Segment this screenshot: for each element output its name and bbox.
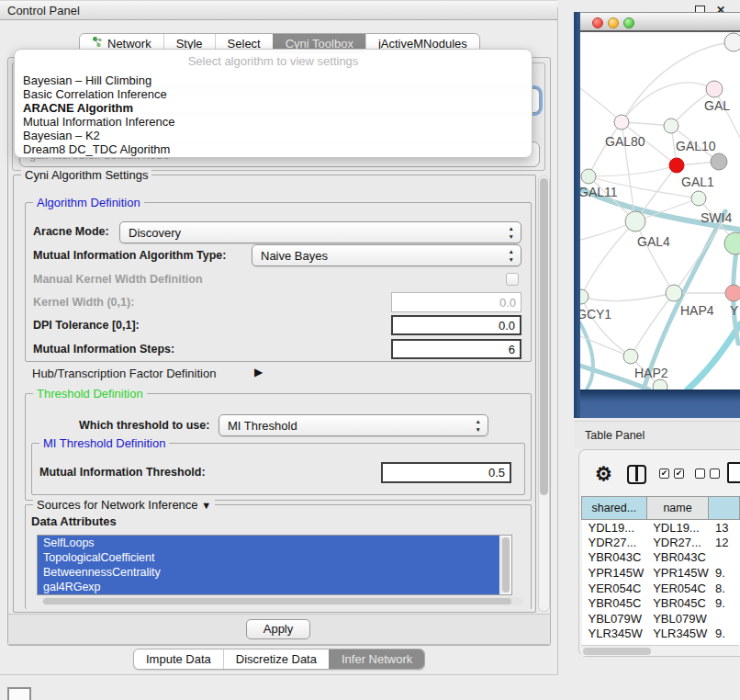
network-canvas[interactable]: GALGAL80GAL10GAL1GAL11SWI4GAL4GCY1HAP4YH… <box>580 32 740 390</box>
network-node-y[interactable] <box>725 285 740 301</box>
table-cell[interactable]: YBR045C <box>582 595 647 611</box>
table-cell[interactable]: YDL19... <box>582 520 647 536</box>
attribute-item-betweennesscentrality[interactable]: BetweennessCentrality <box>38 565 499 580</box>
table-cell[interactable]: YBL079W <box>582 611 647 627</box>
table-cell[interactable]: YPR145W <box>646 565 709 581</box>
collapsed-panel-icon[interactable] <box>7 687 31 700</box>
network-window-titlebar[interactable] <box>580 12 740 32</box>
split-columns-icon[interactable] <box>627 465 646 484</box>
algorithm-option-basic-correlation-inference[interactable]: Basic Correlation Inference <box>17 88 529 102</box>
hub-definition-label[interactable]: Hub/Transcription Factor Definition <box>32 367 216 380</box>
table-cell[interactable] <box>709 611 740 627</box>
network-node-gal11[interactable] <box>581 169 596 184</box>
network-node-gal4[interactable] <box>625 211 645 231</box>
data-attributes-list[interactable]: SelfLoopsTopologicalCoefficientBetweenne… <box>37 535 512 595</box>
table-row[interactable]: YDL19...YDL19...13 <box>582 520 740 536</box>
network-node-hap4[interactable] <box>666 285 682 301</box>
node-label: GAL1 <box>681 175 714 189</box>
algorithm-definition-group: Algorithm Definition Aracne Mode: Discov… <box>25 202 532 362</box>
table-cell[interactable]: 13 <box>709 520 740 536</box>
checked-checkbox-pair-icon[interactable]: ✔✔ <box>659 469 684 479</box>
kernel-width-field[interactable] <box>391 292 521 312</box>
tab-discretize-data[interactable]: Discretize Data <box>223 649 329 669</box>
mi-steps-field[interactable] <box>391 339 521 359</box>
algorithm-option-dream8-dc-tdc-algorithm[interactable]: Dream8 DC_TDC Algorithm <box>17 143 529 157</box>
settings-vertical-scrollbar[interactable] <box>538 175 550 612</box>
aracne-mode-combo[interactable]: Discovery ▲▼ <box>119 221 521 243</box>
unchecked-checkbox-pair-icon[interactable] <box>695 469 720 479</box>
dpi-tolerance-field[interactable] <box>391 315 521 335</box>
which-threshold-combo[interactable]: MI Threshold ▲▼ <box>219 414 488 436</box>
mi-type-combo[interactable]: Naive Bayes ▲▼ <box>252 244 521 266</box>
network-node[interactable] <box>653 379 667 390</box>
table-cell[interactable]: YLR345W <box>646 627 709 642</box>
expand-right-icon[interactable]: ▶ <box>254 366 263 378</box>
attributes-horizontal-scrollbar[interactable] <box>42 597 523 605</box>
table-cell[interactable]: YBR045C <box>646 595 709 611</box>
algorithm-dropdown[interactable]: Select algorithm to view settings Bayesi… <box>14 49 533 158</box>
table-cell[interactable]: YDR27... <box>646 535 709 550</box>
document-icon[interactable] <box>727 462 740 483</box>
network-node-gal80[interactable] <box>614 115 629 130</box>
network-node[interactable] <box>724 232 740 254</box>
network-node-gal[interactable] <box>706 81 723 97</box>
table-cell[interactable]: 9. <box>709 595 740 611</box>
manual-kernel-checkbox[interactable] <box>506 273 519 286</box>
table-cell[interactable]: YDL19... <box>646 520 709 536</box>
algorithm-option-mutual-information-inference[interactable]: Mutual Information Inference <box>17 116 529 130</box>
column-header-3[interactable] <box>709 497 740 520</box>
table-row[interactable]: YER054CYER054C8. <box>582 581 740 596</box>
close-traffic-light-icon[interactable] <box>592 17 603 28</box>
algorithm-option-bayesian-hill-climbing[interactable]: Bayesian – Hill Climbing <box>17 74 529 88</box>
stepper-arrows-icon: ▲▼ <box>476 417 481 434</box>
attribute-item-topologicalcoefficient[interactable]: TopologicalCoefficient <box>38 550 499 565</box>
column-header-name[interactable]: name <box>646 497 709 520</box>
table-cell[interactable]: YBR043C <box>582 550 647 566</box>
column-header-shared[interactable]: shared... <box>582 497 647 520</box>
table-row[interactable]: YBR043CYBR043C <box>582 550 740 566</box>
network-node[interactable] <box>724 33 740 51</box>
table-cell[interactable]: YER054C <box>582 581 647 596</box>
algorithm-option-bayesian-k2[interactable]: Bayesian – K2 <box>17 130 529 143</box>
table-cell[interactable]: YPR145W <box>582 565 647 581</box>
apply-button[interactable]: Apply <box>246 619 310 639</box>
table-row[interactable]: YBR045CYBR045C9. <box>582 595 740 611</box>
attribute-item-gal4rgexp[interactable]: gal4RGexp <box>38 580 499 594</box>
network-node-gcy1[interactable] <box>580 289 589 304</box>
network-node-gal1[interactable] <box>669 158 684 173</box>
mi-threshold-field[interactable] <box>381 462 511 483</box>
attributes-vertical-scrollbar[interactable] <box>500 536 510 593</box>
attribute-item-selfloops[interactable]: SelfLoops <box>38 536 499 550</box>
threshold-definition-title: Threshold Definition <box>33 387 147 401</box>
table-cell[interactable]: 12 <box>709 535 740 550</box>
network-node[interactable] <box>711 153 727 170</box>
table-cell[interactable]: YDR27... <box>582 535 647 550</box>
control-panel-title: Control Panel <box>7 4 80 17</box>
table-cell[interactable]: 9. <box>709 565 740 581</box>
table-cell[interactable]: 9. <box>709 627 740 642</box>
table-row[interactable]: YDR27...YDR27...12 <box>582 535 740 550</box>
minimize-traffic-light-icon[interactable] <box>608 17 619 28</box>
table-horizontal-scrollbar[interactable] <box>581 645 739 656</box>
node-label: GAL80 <box>605 134 645 149</box>
tab-infer-network[interactable]: Infer Network <box>329 649 424 669</box>
table-row[interactable]: YBL079WYBL079W <box>582 611 740 627</box>
gear-icon[interactable]: ⚙ <box>595 463 612 485</box>
network-node-gal10[interactable] <box>664 119 678 133</box>
table-row[interactable]: YLR345WYLR345W9. <box>582 627 740 642</box>
collapse-down-icon[interactable]: ▼ <box>201 500 211 511</box>
table-cell[interactable]: 8. <box>709 581 740 596</box>
table-cell[interactable]: YLR345W <box>582 627 647 642</box>
stepper-arrows-icon: ▲▼ <box>509 247 514 264</box>
tab-label: Discretize Data <box>236 649 317 670</box>
table-cell[interactable] <box>709 550 740 566</box>
tab-impute-data[interactable]: Impute Data <box>134 649 223 669</box>
table-row[interactable]: YPR145WYPR145W9. <box>582 565 740 581</box>
algorithm-option-aracne-algorithm[interactable]: ARACNE Algorithm <box>17 102 529 116</box>
network-node-hap2[interactable] <box>623 349 638 364</box>
zoom-traffic-light-icon[interactable] <box>623 17 634 28</box>
table-cell[interactable]: YBR043C <box>646 550 709 566</box>
table-cell[interactable]: YER054C <box>646 581 709 596</box>
table-cell[interactable]: YBL079W <box>646 611 709 627</box>
network-node-swi4[interactable] <box>691 191 706 206</box>
